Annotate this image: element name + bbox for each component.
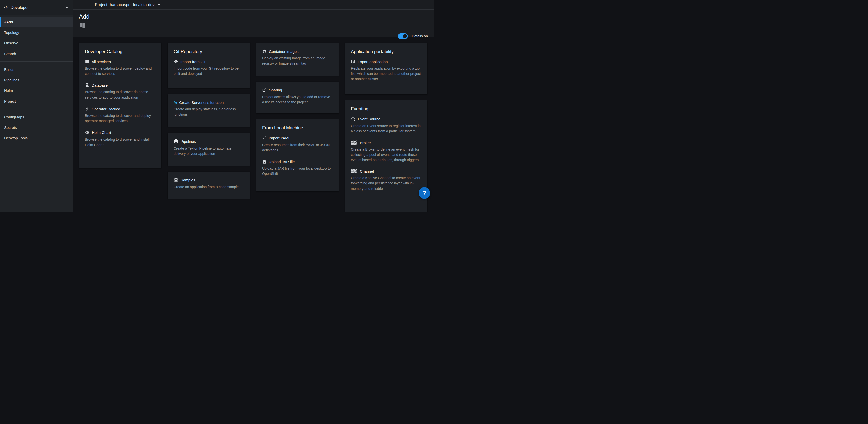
item-label: Samples	[181, 178, 195, 182]
sidebar-item-project[interactable]: Project	[0, 96, 72, 106]
card-git-repository: Git RepositoryImport from GitImport code…	[167, 43, 250, 88]
item-description: Browse the catalog to discover and deplo…	[85, 113, 155, 124]
sidebar-item-configmaps[interactable]: ConfigMaps	[0, 112, 72, 122]
item-description: Replicate your application by exporting …	[351, 66, 422, 82]
sidebar-item-search[interactable]: Search	[0, 48, 72, 59]
card-title: Application portability	[351, 49, 422, 54]
item-description: Browse the catalog to discover and insta…	[85, 137, 155, 147]
item-label: All services	[92, 60, 111, 64]
add-item-sharing[interactable]: SharingProject access allows you to add …	[262, 88, 333, 105]
add-item-container-images[interactable]: Container imagesDeploy an existing Image…	[262, 49, 333, 66]
add-item-channel[interactable]: ChannelCreate a Knative Channel to creat…	[351, 169, 422, 191]
item-head: Import from Git	[174, 59, 244, 64]
item-head: Operator Backed	[85, 107, 155, 111]
project-selector-label: Project: harshcasper-localsta-dev	[95, 2, 154, 7]
add-item-upload-jar-file[interactable]: Upload JAR fileUpload a JAR file from yo…	[262, 159, 333, 176]
item-label: Create Serverless function	[179, 100, 223, 105]
book-plus-icon[interactable]	[79, 22, 86, 30]
item-label: Sharing	[269, 88, 282, 92]
item-description: Create a Knative Channel to create an ev…	[351, 175, 422, 191]
item-head: Import YAML	[262, 136, 333, 140]
samples-icon	[174, 178, 178, 182]
item-description: Create an Event source to register inter…	[351, 123, 422, 134]
sidebar-item-helm[interactable]: Helm	[0, 85, 72, 96]
perspective-label: Developer	[10, 5, 29, 10]
item-description: Create an application from a code sample	[174, 185, 244, 190]
card-application-portability: Application portabilityExport applicatio…	[345, 43, 428, 94]
item-head: Database	[85, 83, 155, 87]
sidebar-item-pipelines[interactable]: Pipelines	[0, 75, 72, 85]
item-head: Event Source	[351, 117, 422, 121]
sidebar-item-builds[interactable]: Builds	[0, 64, 72, 75]
item-head: Sharing	[262, 88, 333, 92]
channel-icon	[351, 169, 358, 173]
project-selector[interactable]: Project: harshcasper-localsta-dev	[95, 2, 160, 7]
add-item-broker[interactable]: BrokerCreate a Broker to define an event…	[351, 141, 422, 163]
add-item-database[interactable]: DatabaseBrowse the catalog to discover d…	[85, 83, 155, 100]
helm-icon	[85, 130, 90, 135]
help-button[interactable]: ?	[419, 187, 430, 199]
item-label: Channel	[360, 169, 374, 173]
card-samples: SamplesCreate an application from a code…	[167, 172, 250, 199]
item-description: Create a Tekton Pipeline to automate del…	[174, 146, 244, 156]
add-item-create-serverless-function[interactable]: fnCreate Serverless functionCreate and d…	[174, 100, 244, 117]
item-label: Operator Backed	[92, 107, 120, 111]
item-head: Broker	[351, 141, 422, 145]
add-item-pipelines[interactable]: PipelinesCreate a Tekton Pipeline to aut…	[174, 139, 244, 156]
export-icon	[351, 59, 355, 64]
card-eventing: EventingEvent SourceCreate an Event sour…	[345, 100, 428, 212]
item-head: Container images	[262, 49, 333, 54]
sidebar-item-secrets[interactable]: Secrets	[0, 122, 72, 133]
perspective-switcher[interactable]: </> Developer	[0, 0, 72, 15]
card-create-serverless-function: fnCreate Serverless functionCreate and d…	[167, 94, 250, 127]
card-title: Eventing	[351, 106, 422, 112]
book-icon	[85, 59, 89, 64]
item-head: Upload JAR file	[262, 159, 333, 164]
bolt-icon	[85, 107, 89, 111]
details-toggle-switch[interactable]	[398, 33, 408, 39]
file-upload-icon	[262, 159, 267, 164]
card-container-images: Container imagesDeploy an existing Image…	[256, 43, 339, 76]
add-item-operator-backed[interactable]: Operator BackedBrowse the catalog to dis…	[85, 107, 155, 124]
item-label: Helm Chart	[92, 131, 111, 135]
sidebar-item-observe[interactable]: Observe	[0, 38, 72, 48]
details-toggle-label: Details on	[412, 34, 428, 38]
item-description: Browse the catalog to discover, deploy a…	[85, 66, 155, 77]
add-item-export-application[interactable]: Export applicationReplicate your applica…	[351, 59, 422, 82]
item-label: Broker	[360, 141, 371, 145]
sidebar-item-topology[interactable]: Topology	[0, 27, 72, 38]
item-label: Container images	[269, 49, 299, 54]
details-toggle: Details on	[398, 33, 428, 39]
item-description: Project access allows you to add or remo…	[262, 94, 333, 105]
database-icon	[85, 83, 89, 87]
sidebar-item-add[interactable]: +Add	[0, 17, 72, 27]
add-item-import-yaml[interactable]: Import YAMLCreate resources from their Y…	[262, 136, 333, 153]
add-item-samples[interactable]: SamplesCreate an application from a code…	[174, 178, 244, 190]
item-head: Channel	[351, 169, 422, 173]
add-item-event-source[interactable]: Event SourceCreate an Event source to re…	[351, 117, 422, 134]
main-area: Project: harshcasper-localsta-dev Add De…	[73, 0, 434, 212]
item-head: Export application	[351, 59, 422, 64]
sidebar-item-desktop-tools[interactable]: Desktop Tools	[0, 133, 72, 143]
chevron-down-icon	[158, 4, 160, 5]
share-icon	[262, 88, 267, 92]
item-label: Database	[92, 83, 108, 87]
tekton-icon	[174, 139, 178, 144]
item-label: Import YAML	[269, 136, 290, 140]
git-icon	[174, 59, 178, 64]
item-description: Create and deploy stateless, Serverless …	[174, 107, 244, 117]
page-title: Add	[79, 13, 428, 20]
event-source-icon	[351, 117, 355, 121]
namespace-bar: Project: harshcasper-localsta-dev	[73, 0, 434, 9]
add-item-import-from-git[interactable]: Import from GitImport code from your Git…	[174, 59, 244, 77]
item-head: Helm Chart	[85, 130, 155, 135]
add-item-helm-chart[interactable]: Helm ChartBrowse the catalog to discover…	[85, 130, 155, 147]
add-item-all-services[interactable]: All servicesBrowse the catalog to discov…	[85, 59, 155, 77]
item-head: Pipelines	[174, 139, 244, 144]
sidebar-nav: +AddTopologyObserveSearchBuildsPipelines…	[0, 15, 72, 143]
broker-icon	[351, 141, 358, 145]
card-column: Developer CatalogAll servicesBrowse the …	[79, 43, 161, 168]
page-header: Add Details on	[73, 9, 434, 37]
add-card-grid: Developer CatalogAll servicesBrowse the …	[73, 37, 434, 212]
item-label: Event Source	[358, 117, 380, 121]
